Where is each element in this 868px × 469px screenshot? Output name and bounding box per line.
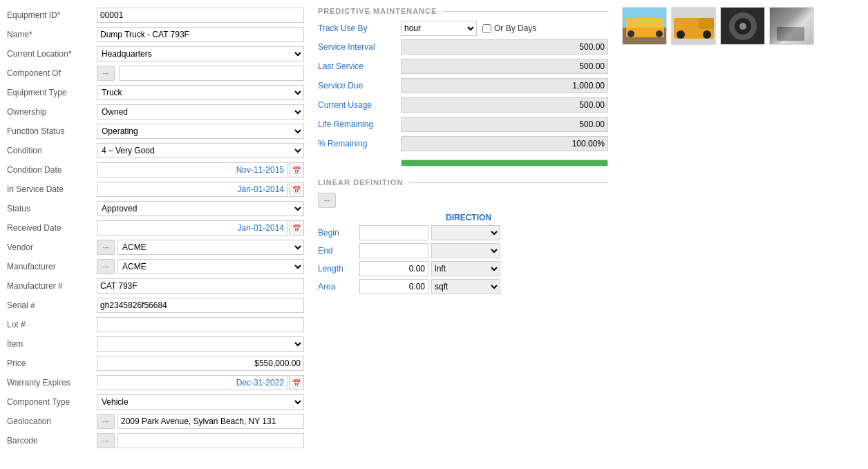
label-price: Price	[7, 358, 97, 368]
label-service-interval: Service Interval	[318, 42, 401, 52]
function-status-select[interactable]: Operating	[97, 124, 304, 139]
geolocation-input[interactable]	[117, 414, 304, 429]
in-service-date-input[interactable]	[97, 182, 287, 197]
component-of-input[interactable]	[119, 66, 304, 81]
label-begin: Begin	[318, 228, 359, 238]
name-input[interactable]	[97, 27, 304, 42]
label-vendor: Vendor	[7, 242, 97, 252]
area-unit-select[interactable]: sqft	[431, 279, 500, 294]
end-input[interactable]	[359, 243, 428, 258]
track-use-by-select[interactable]: hour	[401, 21, 477, 36]
service-interval-input[interactable]	[401, 39, 608, 55]
label-received-date: Received Date	[7, 223, 97, 233]
barcode-ellipsis[interactable]: ···	[97, 433, 115, 448]
begin-input[interactable]	[359, 225, 428, 240]
middle-panel: PREDICTIVE MAINTENANCE Track Use By hour…	[318, 7, 608, 452]
ld-section-title: LINEAR DEFINITION	[318, 178, 408, 186]
in-service-date-calendar[interactable]: 📅	[289, 182, 304, 197]
item-select[interactable]	[97, 336, 304, 352]
life-remaining-input[interactable]	[401, 117, 608, 132]
label-geolocation: Geolocation	[7, 417, 97, 426]
vendor-ellipsis[interactable]: ···	[97, 240, 115, 255]
geolocation-ellipsis[interactable]: ···	[97, 414, 115, 429]
price-input[interactable]	[97, 356, 304, 371]
label-current-usage: Current Usage	[318, 100, 401, 110]
label-lot-num: Lot #	[7, 320, 97, 329]
label-serial-num: Serial #	[7, 300, 97, 310]
current-usage-input[interactable]	[401, 97, 608, 113]
service-due-input[interactable]	[401, 78, 608, 93]
label-equipment-id: Equipment ID*	[7, 10, 97, 20]
label-status: Status	[7, 204, 97, 213]
label-barcode: Barcode	[7, 436, 97, 446]
ld-ellipsis[interactable]: ···	[318, 193, 336, 208]
serial-num-input[interactable]	[97, 298, 304, 313]
truck-image-4[interactable]	[769, 7, 814, 45]
equipment-type-select[interactable]: Truck	[97, 85, 304, 100]
status-select[interactable]: Approved	[97, 201, 304, 216]
label-length: Length	[318, 264, 359, 274]
or-by-days-container: Or By Days	[482, 23, 536, 33]
pct-remaining-input[interactable]	[401, 136, 608, 151]
truck-image-1[interactable]	[622, 7, 667, 45]
truck-image-3[interactable]	[720, 7, 765, 45]
left-panel: Equipment ID* Name* Current Location* He…	[7, 7, 304, 452]
pm-section-line	[442, 11, 608, 12]
label-condition-date: Condition Date	[7, 165, 97, 175]
manufacturer-ellipsis[interactable]: ···	[97, 259, 115, 274]
label-current-location: Current Location*	[7, 49, 97, 59]
current-location-select[interactable]: Headquarters	[97, 46, 304, 61]
label-life-remaining: Life Remaining	[318, 119, 401, 129]
right-panel	[622, 7, 861, 452]
label-end: End	[318, 246, 359, 256]
component-type-select[interactable]: Vehicle	[97, 394, 304, 410]
label-ownership: Ownership	[7, 107, 97, 117]
progress-bar	[401, 160, 608, 166]
or-by-days-checkbox[interactable]	[482, 24, 491, 33]
label-component-of: Component Of	[7, 68, 97, 78]
received-date-calendar[interactable]: 📅	[289, 220, 304, 236]
area-input[interactable]	[359, 279, 428, 294]
manufacturer-num-input[interactable]	[97, 278, 304, 294]
label-component-type: Component Type	[7, 397, 97, 407]
condition-date-input[interactable]	[97, 162, 287, 178]
begin-direction-select[interactable]	[431, 225, 500, 240]
label-manufacturer: Manufacturer	[7, 262, 97, 271]
length-unit-select[interactable]: lnft	[431, 261, 500, 276]
label-function-status: Function Status	[7, 126, 97, 136]
received-date-input[interactable]	[97, 220, 287, 236]
last-service-input[interactable]	[401, 59, 608, 74]
pm-section-title: PREDICTIVE MAINTENANCE	[318, 7, 442, 15]
condition-date-calendar[interactable]: 📅	[289, 162, 304, 178]
warranty-expires-calendar[interactable]: 📅	[289, 375, 304, 390]
barcode-input[interactable]	[117, 433, 304, 448]
label-in-service-date: In Service Date	[7, 184, 97, 194]
label-service-due: Service Due	[318, 81, 401, 90]
condition-select[interactable]: 4 – Very Good	[97, 143, 304, 158]
progress-bar-fill	[402, 160, 607, 166]
label-equipment-type: Equipment Type	[7, 88, 97, 97]
label-item: Item	[7, 339, 97, 349]
label-warranty-expires: Warranty Expires	[7, 378, 97, 387]
label-area: Area	[318, 282, 359, 291]
images-row	[622, 7, 861, 45]
warranty-expires-input[interactable]	[97, 375, 287, 390]
ld-section-line	[408, 182, 608, 183]
length-input[interactable]	[359, 261, 428, 276]
label-last-service: Last Service	[318, 61, 401, 71]
equipment-id-input[interactable]	[97, 8, 304, 23]
label-manufacturer-num: Manufacturer #	[7, 281, 97, 291]
end-direction-select[interactable]	[431, 243, 500, 258]
label-condition: Condition	[7, 146, 97, 155]
truck-image-2[interactable]	[671, 7, 716, 45]
ownership-select[interactable]: Owned	[97, 104, 304, 119]
vendor-select[interactable]: ACME	[117, 240, 304, 255]
label-name: Name*	[7, 30, 97, 39]
direction-label: DIRECTION	[434, 213, 503, 222]
label-track-use-by: Track Use By	[318, 23, 401, 33]
manufacturer-select[interactable]: ACME	[117, 259, 304, 274]
label-pct-remaining: % Remaining	[318, 139, 401, 149]
component-of-ellipsis[interactable]: ···	[97, 66, 115, 81]
or-by-days-label: Or By Days	[494, 23, 536, 33]
lot-num-input[interactable]	[97, 317, 304, 332]
